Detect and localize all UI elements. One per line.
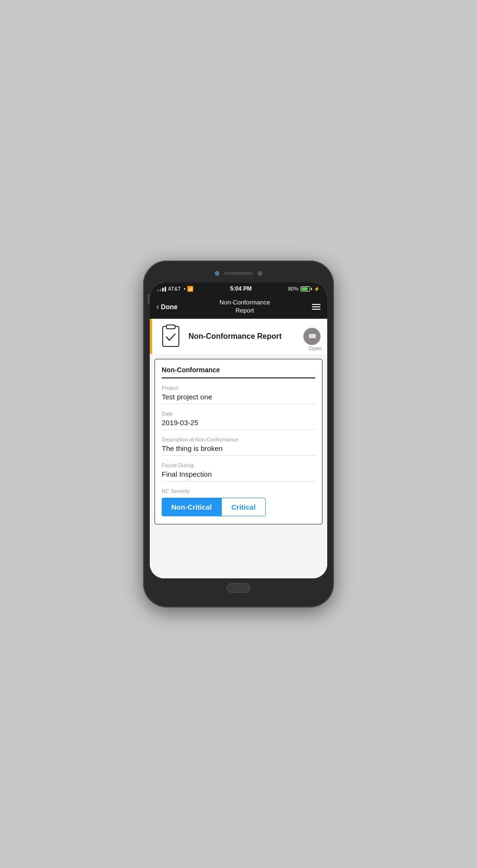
- date-field: Date 2019-03-25: [162, 411, 315, 430]
- date-label: Date: [162, 411, 315, 417]
- hamburger-icon: [312, 306, 321, 307]
- severity-section: NC Severity Non-Critical Critical: [162, 488, 315, 516]
- sensor-dot: [258, 271, 262, 276]
- phone-device: AT&T • 📶 5:04 PM 80% ⚡ ‹ Done: [143, 261, 334, 607]
- phone-screen: AT&T • 📶 5:04 PM 80% ⚡ ‹ Done: [150, 282, 327, 578]
- book-icon: 📖: [308, 333, 316, 340]
- back-label: Done: [161, 303, 177, 311]
- severity-buttons: Non-Critical Critical: [162, 498, 315, 516]
- date-value[interactable]: 2019-03-25: [162, 418, 315, 430]
- home-button[interactable]: [227, 583, 250, 593]
- status-left: AT&T • 📶: [157, 286, 194, 292]
- phone-bottom: [150, 578, 327, 596]
- open-status-label: Open: [309, 345, 321, 351]
- book-button[interactable]: 📖: [303, 328, 321, 345]
- critical-button[interactable]: Critical: [221, 498, 266, 516]
- content-area: Non-Conformance Report 📖 Open Non-Confor…: [150, 319, 327, 578]
- signal-bars: [157, 286, 166, 292]
- menu-button[interactable]: [312, 304, 321, 310]
- carrier-label: AT&T: [168, 286, 181, 292]
- found-during-value[interactable]: Final Inspection: [162, 470, 315, 481]
- description-field: Description of Non-Conformance The thing…: [162, 437, 315, 456]
- form-header: Non-Conformance Report 📖 Open: [150, 319, 327, 354]
- found-during-field: Found During Final Inspection: [162, 462, 315, 481]
- form-header-title: Non-Conformance Report: [188, 332, 303, 341]
- section-title: Non-Conformance: [162, 366, 315, 378]
- camera-dot: [215, 271, 219, 276]
- severity-label: NC Severity: [162, 488, 315, 494]
- project-value[interactable]: Test project one: [162, 393, 315, 404]
- description-value[interactable]: The thing is broken: [162, 444, 315, 456]
- description-label: Description of Non-Conformance: [162, 437, 315, 442]
- back-chevron-icon: ‹: [156, 303, 159, 311]
- wifi-icon: • 📶: [184, 286, 194, 292]
- phone-top-bar: [150, 269, 327, 278]
- hamburger-icon: [312, 309, 321, 310]
- project-field: Project Test project one: [162, 385, 315, 404]
- battery-percent-label: 80%: [288, 286, 299, 292]
- svg-rect-1: [166, 325, 175, 329]
- nav-bar: ‹ Done Non-Conformance Report: [150, 295, 327, 319]
- nav-title: Non-Conformance Report: [219, 299, 270, 315]
- status-right: 80% ⚡: [288, 286, 320, 292]
- svg-rect-0: [163, 326, 179, 346]
- form-card: Non-Conformance Project Test project one…: [155, 359, 322, 524]
- speaker-bar: [224, 272, 253, 275]
- status-bar: AT&T • 📶 5:04 PM 80% ⚡: [150, 282, 327, 295]
- charging-icon: ⚡: [314, 286, 320, 292]
- back-button[interactable]: ‹ Done: [156, 303, 177, 311]
- status-time: 5:04 PM: [230, 285, 251, 292]
- form-icon: [159, 324, 183, 348]
- battery-icon: [301, 286, 312, 292]
- hamburger-icon: [312, 304, 321, 305]
- volume-button: [148, 294, 149, 303]
- project-label: Project: [162, 385, 315, 391]
- found-during-label: Found During: [162, 462, 315, 468]
- non-critical-button[interactable]: Non-Critical: [162, 498, 221, 516]
